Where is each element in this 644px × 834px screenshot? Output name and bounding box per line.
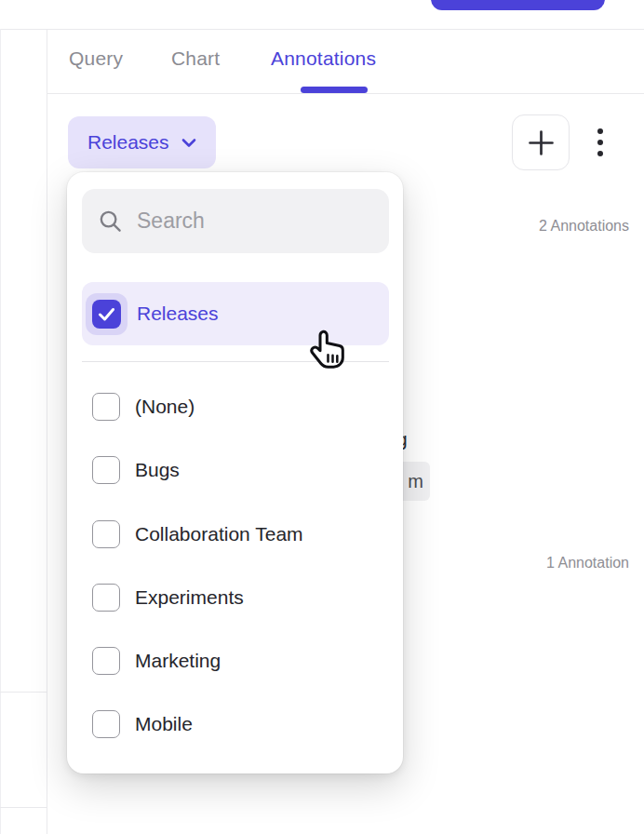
checkbox-unchecked[interactable]	[92, 520, 120, 548]
releases-filter-button[interactable]: Releases	[68, 116, 216, 168]
option-label: Collaboration Team	[135, 523, 303, 545]
search-icon	[98, 208, 123, 234]
header-divider	[0, 29, 644, 30]
checkbox-unchecked[interactable]	[92, 710, 120, 738]
option-label: Releases	[137, 303, 219, 325]
releases-filter-dropdown: Releases (None) Bugs Collaboration Team …	[67, 172, 403, 773]
checkbox-unchecked[interactable]	[92, 393, 120, 421]
kebab-dot	[597, 140, 603, 145]
search-input[interactable]	[137, 208, 373, 234]
check-icon	[98, 307, 115, 321]
checkbox-unchecked[interactable]	[92, 456, 120, 484]
tab-query[interactable]: Query	[69, 47, 123, 70]
sidebar-right-border	[47, 29, 47, 834]
checkbox-unchecked[interactable]	[92, 647, 120, 675]
option-row-mobile[interactable]: Mobile	[82, 693, 389, 756]
option-row-none[interactable]: (None)	[82, 375, 389, 438]
option-label: (None)	[135, 396, 195, 418]
tab-chart[interactable]: Chart	[171, 47, 220, 70]
dropdown-section-divider	[82, 361, 389, 362]
app-window: Query Chart Annotations Releases 2 Annot…	[0, 0, 644, 834]
option-row-bugs[interactable]: Bugs	[82, 438, 389, 502]
chevron-down-icon	[181, 138, 196, 148]
option-row-marketing[interactable]: Marketing	[82, 629, 389, 693]
window-left-border	[0, 29, 1, 834]
option-label: Marketing	[135, 650, 221, 672]
active-tab-underline	[301, 87, 368, 93]
more-options-button[interactable]	[583, 120, 618, 165]
plus-icon	[525, 127, 557, 159]
kebab-dot	[597, 128, 603, 134]
annotation-count-group-1: 2 Annotations	[539, 218, 629, 235]
releases-filter-label: Releases	[87, 131, 169, 154]
dropdown-search-box[interactable]	[82, 189, 389, 253]
sidebar-row-divider	[0, 807, 47, 808]
tab-annotations[interactable]: Annotations	[271, 47, 376, 70]
kebab-dot	[597, 151, 603, 156]
option-row-collaboration-team[interactable]: Collaboration Team	[82, 503, 389, 566]
annotation-count-group-2: 1 Annotation	[546, 555, 629, 572]
option-row-releases-selected[interactable]: Releases	[82, 282, 389, 345]
option-label: Bugs	[135, 459, 180, 481]
option-row-experiments[interactable]: Experiments	[82, 566, 389, 629]
checkbox-unchecked[interactable]	[92, 584, 120, 612]
option-label: Mobile	[135, 713, 193, 735]
sidebar-row-divider	[0, 692, 47, 693]
checkbox-focus-halo	[86, 293, 127, 335]
tabbar-divider	[47, 93, 644, 94]
checkbox-checked[interactable]	[92, 300, 121, 329]
option-label: Experiments	[135, 586, 244, 609]
primary-action-button[interactable]	[431, 0, 605, 10]
add-annotation-button[interactable]	[512, 114, 570, 170]
